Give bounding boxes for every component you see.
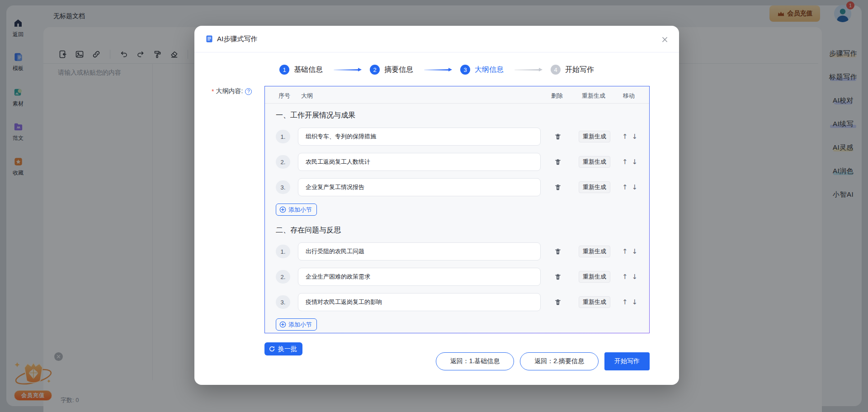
outline-row: 3. 重新生成 ↑ ↓ bbox=[276, 293, 645, 311]
delete-icon[interactable] bbox=[554, 248, 561, 256]
outline-input[interactable] bbox=[298, 242, 541, 260]
step-arrow-icon bbox=[424, 69, 449, 71]
document-icon bbox=[205, 35, 213, 43]
delete-icon[interactable] bbox=[554, 133, 561, 141]
modal-footer: 返回：1.基础信息 返回：2.摘要信息 开始写作 bbox=[436, 352, 650, 370]
step-arrow-icon bbox=[514, 69, 540, 71]
modal-header: AI步骤式写作 bbox=[194, 26, 679, 52]
back-to-summary-info-button[interactable]: 返回：2.摘要信息 bbox=[520, 352, 599, 370]
column-header-regenerate: 重新生成 bbox=[574, 92, 613, 100]
column-header-index: 序号 bbox=[278, 92, 301, 100]
outline-input[interactable] bbox=[298, 128, 541, 146]
move-up-icon[interactable]: ↑ bbox=[622, 247, 628, 256]
regenerate-button[interactable]: 重新生成 bbox=[579, 131, 610, 142]
move-down-icon[interactable]: ↓ bbox=[632, 183, 638, 191]
outline-section-title: 一、工作开展情况与成果 bbox=[276, 111, 649, 120]
move-down-icon[interactable]: ↓ bbox=[632, 273, 638, 281]
start-writing-button[interactable]: 开始写作 bbox=[604, 352, 650, 370]
delete-icon[interactable] bbox=[554, 298, 561, 306]
modal-title: AI步骤式写作 bbox=[217, 35, 257, 43]
column-header-move: 移动 bbox=[613, 92, 645, 100]
outline-input[interactable] bbox=[298, 268, 541, 286]
regenerate-button[interactable]: 重新生成 bbox=[579, 246, 610, 257]
help-icon[interactable]: ? bbox=[245, 88, 252, 95]
step-basic-info[interactable]: 1 基础信息 bbox=[279, 65, 323, 75]
outline-row: 2. 重新生成 ↑ ↓ bbox=[276, 268, 645, 286]
back-to-basic-info-button[interactable]: 返回：1.基础信息 bbox=[436, 352, 514, 370]
row-index-badge: 3. bbox=[276, 180, 290, 194]
required-mark: * bbox=[212, 88, 214, 95]
move-up-icon[interactable]: ↑ bbox=[622, 273, 628, 281]
move-up-icon[interactable]: ↑ bbox=[622, 158, 628, 166]
regenerate-button[interactable]: 重新生成 bbox=[579, 156, 610, 168]
regenerate-button[interactable]: 重新生成 bbox=[579, 296, 610, 308]
move-up-icon[interactable]: ↑ bbox=[622, 183, 628, 191]
step-outline-info[interactable]: 3 大纲信息 bbox=[460, 65, 504, 75]
row-index-badge: 2. bbox=[276, 270, 290, 284]
column-header-outline: 大纲 bbox=[301, 92, 540, 100]
row-index-badge: 1. bbox=[276, 245, 290, 258]
plus-circle-icon bbox=[279, 206, 286, 213]
move-up-icon[interactable]: ↑ bbox=[622, 133, 628, 141]
move-down-icon[interactable]: ↓ bbox=[632, 133, 638, 141]
swap-batch-button[interactable]: 换一批 bbox=[264, 342, 302, 355]
outline-row: 1. 重新生成 ↑ ↓ bbox=[276, 242, 645, 260]
row-index-badge: 3. bbox=[276, 295, 290, 309]
outline-content-label: * 大纲内容: ? bbox=[212, 87, 252, 95]
move-down-icon[interactable]: ↓ bbox=[632, 298, 638, 306]
plus-circle-icon bbox=[279, 321, 286, 328]
outline-table-header: 序号 大纲 删除 重新生成 移动 bbox=[265, 86, 649, 104]
row-index-badge: 2. bbox=[276, 155, 290, 169]
delete-icon[interactable] bbox=[554, 273, 561, 281]
ai-step-writing-modal: AI步骤式写作 1 基础信息 2 摘要信息 3 大纲信息 4 开始写作 * 大纲… bbox=[194, 26, 679, 385]
outline-input[interactable] bbox=[298, 293, 541, 311]
delete-icon[interactable] bbox=[554, 184, 561, 191]
delete-icon[interactable] bbox=[554, 158, 561, 166]
outline-row: 3. 重新生成 ↑ ↓ bbox=[276, 178, 645, 196]
move-down-icon[interactable]: ↓ bbox=[632, 247, 638, 256]
step-indicator: 1 基础信息 2 摘要信息 3 大纲信息 4 开始写作 bbox=[194, 65, 679, 75]
column-header-delete: 删除 bbox=[540, 92, 574, 100]
move-down-icon[interactable]: ↓ bbox=[632, 158, 638, 166]
add-subsection-button[interactable]: 添加小节 bbox=[276, 318, 317, 331]
close-icon[interactable] bbox=[659, 34, 670, 45]
outline-table: 序号 大纲 删除 重新生成 移动 一、工作开展情况与成果 1. 重新生成 ↑ ↓… bbox=[264, 86, 650, 333]
row-index-badge: 1. bbox=[276, 130, 290, 143]
outline-input[interactable] bbox=[298, 178, 541, 196]
move-up-icon[interactable]: ↑ bbox=[622, 298, 628, 306]
regenerate-button[interactable]: 重新生成 bbox=[579, 181, 610, 193]
outline-row: 2. 重新生成 ↑ ↓ bbox=[276, 153, 645, 171]
regenerate-button[interactable]: 重新生成 bbox=[579, 271, 610, 283]
step-summary-info[interactable]: 2 摘要信息 bbox=[370, 65, 413, 75]
step-start-writing[interactable]: 4 开始写作 bbox=[551, 65, 594, 75]
step-arrow-icon bbox=[334, 69, 359, 71]
outline-row: 1. 重新生成 ↑ ↓ bbox=[276, 128, 645, 146]
refresh-icon bbox=[269, 346, 275, 352]
outline-section-title: 二、存在问题与反思 bbox=[276, 226, 649, 235]
outline-input[interactable] bbox=[298, 153, 541, 171]
add-subsection-button[interactable]: 添加小节 bbox=[276, 204, 317, 216]
